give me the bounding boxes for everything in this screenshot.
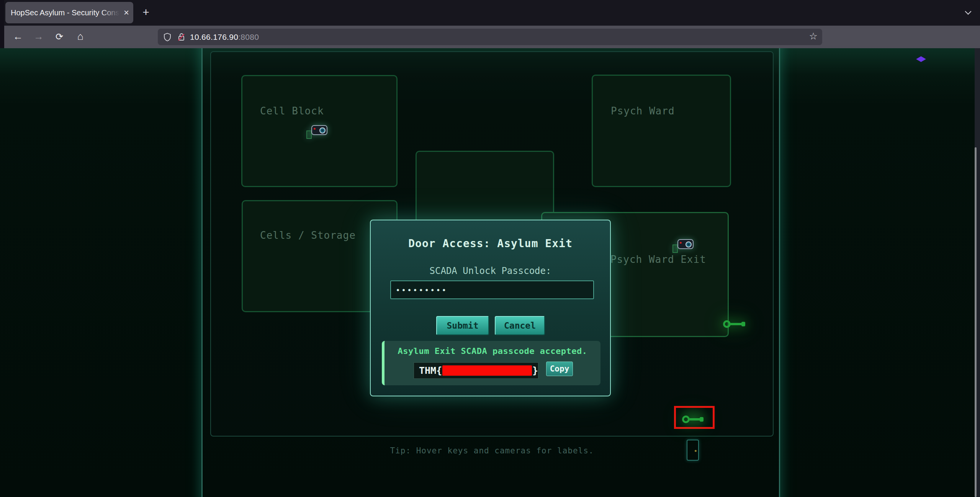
passcode-input[interactable]	[390, 280, 594, 299]
room-label-cell-block: Cell Block	[260, 105, 324, 117]
tab-hopsec-asylum[interactable]: HopSec Asylum - Security Cons ×	[5, 2, 133, 23]
back-button[interactable]: ←	[10, 26, 26, 48]
tab-close-icon[interactable]: ×	[119, 7, 133, 18]
flag-prefix: THM{	[419, 365, 442, 376]
cancel-button[interactable]: Cancel	[495, 316, 545, 335]
tip-text: Tip: Hover keys and cameras for labels.	[203, 446, 781, 455]
forward-button[interactable]: →	[30, 26, 47, 48]
door-access-modal: Door Access: Asylum Exit SCADA Unlock Pa…	[370, 220, 611, 396]
submit-button[interactable]: Submit	[436, 316, 489, 335]
success-message: Asylum Exit SCADA passcode accepted.	[384, 346, 600, 356]
room-label-cells-storage: Cells / Storage	[260, 230, 356, 241]
passcode-label: SCADA Unlock Passcode:	[371, 266, 610, 276]
reload-button[interactable]: ⟳	[51, 26, 68, 48]
new-tab-button[interactable]: +	[139, 5, 153, 20]
home-button[interactable]: ⌂	[72, 26, 89, 48]
insecure-lock-icon[interactable]	[177, 33, 186, 42]
copy-button[interactable]: Copy	[546, 362, 573, 376]
tab-title: HopSec Asylum - Security Cons	[11, 8, 119, 17]
list-tabs-chevron-icon[interactable]	[965, 8, 972, 15]
navigation-toolbar: ← → ⟳ ⌂ 10.66.176.90:8080 ☆ BUR	[0, 26, 980, 48]
room-psych-ward: Psych Ward	[592, 75, 731, 187]
highlight-red-box	[674, 406, 715, 429]
browser-window: HopSec Asylum - Security Cons × + ← → ⟳ …	[0, 0, 980, 497]
room-label-psych-ward-exit: Psych Ward Exit	[610, 254, 706, 265]
success-panel: Asylum Exit SCADA passcode accepted. THM…	[382, 341, 600, 385]
flag-redaction	[442, 365, 532, 376]
page-content: Cell Block Psych Ward Cells / Storage Ps…	[0, 48, 980, 497]
bookmark-star-icon[interactable]: ☆	[809, 31, 818, 42]
asylum-exit-key-icon[interactable]	[682, 414, 706, 424]
modal-title: Door Access: Asylum Exit	[371, 237, 610, 250]
camera-icon[interactable]	[304, 123, 328, 140]
window-edge	[0, 0, 4, 48]
room-cell-block: Cell Block	[241, 75, 398, 187]
url-host[interactable]: 10.66.176.90	[190, 33, 238, 42]
flag-suffix: }	[532, 365, 538, 376]
door-key-icon[interactable]	[723, 319, 747, 329]
camera-icon[interactable]	[670, 237, 694, 254]
scrollbar-thumb[interactable]	[975, 147, 977, 497]
room-label-psych-ward: Psych Ward	[611, 105, 675, 117]
shield-icon[interactable]	[163, 33, 172, 42]
url-bar[interactable]: 10.66.176.90:8080 ☆	[158, 29, 822, 45]
flag-box: THM{ }	[414, 362, 538, 379]
url-port[interactable]: :8080	[238, 33, 259, 42]
tab-bar: HopSec Asylum - Security Cons × +	[0, 0, 980, 26]
